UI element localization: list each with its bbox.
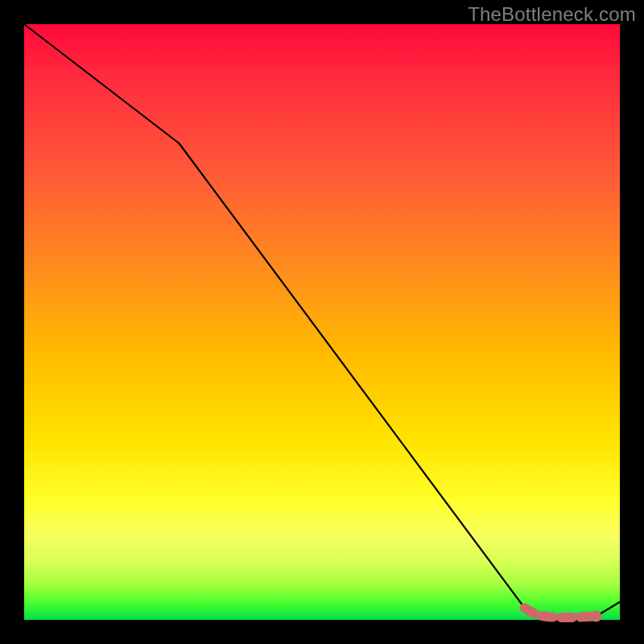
optimal-point-marker: [590, 611, 601, 622]
watermark-text: TheBottleneck.com: [468, 3, 636, 26]
chart-frame: TheBottleneck.com: [0, 0, 644, 644]
bottleneck-curve: [24, 24, 620, 617]
chart-overlay: [24, 24, 620, 620]
optimal-range-highlight: [525, 608, 597, 617]
